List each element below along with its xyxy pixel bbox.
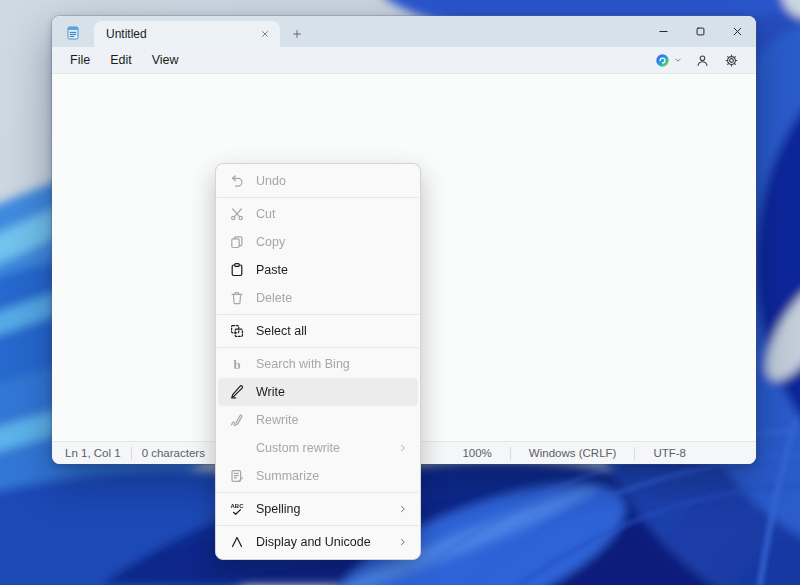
menu-item-label: Custom rewrite [256,441,386,455]
summarize-icon [229,468,245,484]
context-menu-item-select-all[interactable]: Select all [218,317,418,345]
zoom-level: 100% [462,447,491,459]
menubar: FileEditView [52,47,756,74]
menu-item-label: Search with Bing [256,357,409,371]
context-menu-item-summarize: Summarize [218,462,418,490]
paste-icon [229,262,245,278]
menu-separator [217,347,419,348]
close-button[interactable] [719,16,756,47]
context-menu: UndoCutCopyPasteDeleteSelect allbSearch … [215,163,421,560]
chevron-right-icon [397,503,409,515]
tab-close-icon[interactable] [256,25,274,43]
context-menu-item-undo: Undo [218,167,418,195]
menu-item-label: Cut [256,207,409,221]
statusbar-divider [634,447,635,460]
titlebar: Untitled [52,16,756,47]
context-menu-item-write[interactable]: Write [218,378,418,406]
context-menu-item-cut: Cut [218,200,418,228]
account-button[interactable] [692,50,712,70]
tab-untitled[interactable]: Untitled [94,21,280,47]
context-menu-item-delete: Delete [218,284,418,312]
menu-item-label: Summarize [256,469,409,483]
context-menu-item-rewrite: Rewrite [218,406,418,434]
menu-separator [217,525,419,526]
context-menu-item-copy: Copy [218,228,418,256]
no-icon [229,440,245,456]
write-icon [229,384,245,400]
maximize-button[interactable] [682,16,719,47]
minimize-button[interactable] [645,16,682,47]
line-ending: Windows (CRLF) [529,447,617,459]
menu-item-label: Display and Unicode [256,535,386,549]
chevron-right-icon [397,536,409,548]
context-menu-item-spelling[interactable]: ABCSpelling [218,495,418,523]
menu-item-label: Paste [256,263,409,277]
context-menu-item-display-and-unicode[interactable]: Display and Unicode [218,528,418,556]
menu-item-label: Write [256,385,409,399]
undo-icon [229,173,245,189]
cut-icon [229,206,245,222]
encoding: UTF-8 [653,447,686,459]
character-count: 0 characters [142,447,205,459]
menu-separator [217,197,419,198]
context-menu-item-search-with-bing: bSearch with Bing [218,350,418,378]
context-menu-item-paste[interactable]: Paste [218,256,418,284]
menu-item-label: Undo [256,174,409,188]
titlebar-drag-region [314,16,645,47]
window-controls [645,16,756,47]
display-unicode-icon [229,534,245,550]
tab-title: Untitled [106,27,250,41]
rewrite-icon [229,412,245,428]
statusbar-left: Ln 1, Col 1 0 characters [65,447,205,460]
plus-icon [291,28,303,40]
chevron-right-icon [397,442,409,454]
statusbar-divider [510,447,511,460]
svg-text:ABC: ABC [231,503,245,509]
menubar-item-file[interactable]: File [60,50,100,70]
svg-text:b: b [233,357,240,372]
menubar-item-view[interactable]: View [142,50,189,70]
menu-separator [217,314,419,315]
new-tab-button[interactable] [280,16,314,47]
delete-icon [229,290,245,306]
chevron-down-icon [673,55,683,65]
menubar-items: FileEditView [60,50,189,70]
menu-item-label: Delete [256,291,409,305]
menu-item-label: Select all [256,324,409,338]
menubar-right-icons [652,50,750,70]
copy-icon [229,234,245,250]
spelling-icon: ABC [229,501,245,517]
statusbar-right: 100% Windows (CRLF) UTF-8 [462,447,686,460]
menu-item-label: Spelling [256,502,386,516]
menubar-item-edit[interactable]: Edit [100,50,142,70]
menu-item-label: Copy [256,235,409,249]
settings-button[interactable] [721,50,741,70]
menu-item-label: Rewrite [256,413,409,427]
copilot-icon [652,50,672,70]
cursor-position: Ln 1, Col 1 [65,447,121,459]
notepad-icon [52,16,94,47]
statusbar-divider [131,447,132,460]
copilot-button[interactable] [652,50,683,70]
select-all-icon [229,323,245,339]
bing-icon: b [229,356,245,372]
menu-separator [217,492,419,493]
context-menu-item-custom-rewrite: Custom rewrite [218,434,418,462]
